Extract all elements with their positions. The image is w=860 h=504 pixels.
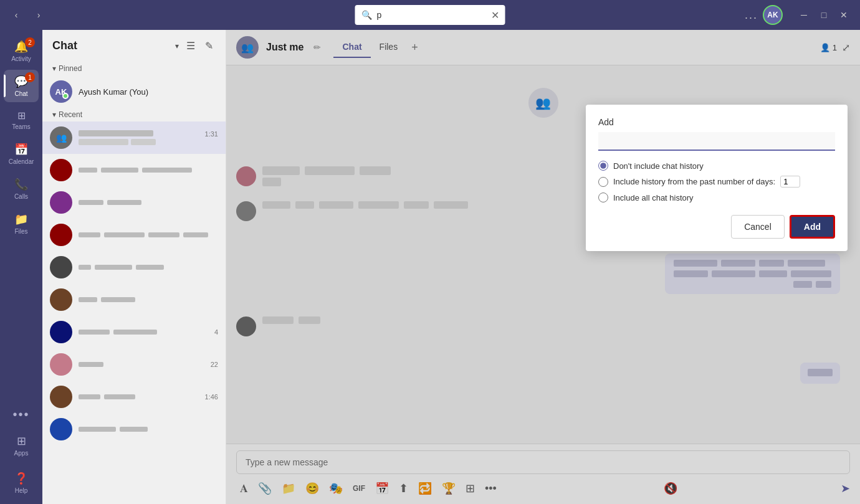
teams-icon: ⊞ (17, 110, 26, 121)
chat-unread-4: 4 (214, 328, 218, 336)
sidebar-item-teams[interactable]: ⊞ Teams (4, 105, 39, 135)
sidebar-title: Chat (52, 39, 170, 52)
all-history-option[interactable]: Include all chat history (598, 193, 835, 202)
new-chat-button[interactable]: ✎ (203, 37, 216, 54)
pinned-chat-item[interactable]: AK Ayush Kumar (You) (42, 75, 226, 108)
recent-chat-item-9[interactable] (42, 413, 226, 445)
chat-avatar-5 (50, 288, 72, 311)
chat-sidebar: Chat ▾ ☰ ✎ ▾ Pinned AK Ayush Kumar (You)… (42, 30, 226, 504)
no-history-label: Don't include chat history (613, 161, 704, 171)
chat-info-6 (79, 330, 208, 335)
calls-label: Calls (14, 193, 28, 200)
all-history-radio[interactable] (598, 193, 608, 202)
chat-time-0: 1:31 (205, 130, 218, 138)
filter-button[interactable]: ☰ (184, 37, 198, 54)
activity-badge: 2 (25, 37, 35, 47)
chat-name-0 (79, 130, 153, 136)
recent-chat-item-1[interactable] (42, 154, 226, 186)
help-label: Help (15, 487, 28, 494)
restore-button[interactable]: □ (815, 6, 833, 24)
sidebar-item-help[interactable]: ❓ Help (4, 467, 39, 499)
main-area: 👥 Just me ✏ Chat Files + 👤 1 ⤢ 👥 (226, 30, 860, 504)
dialog-search-input[interactable] (598, 132, 835, 151)
chat-info-7 (79, 362, 204, 367)
pinned-avatar: AK (50, 80, 72, 103)
recent-chat-item-4[interactable] (42, 251, 226, 283)
recent-chat-item-2[interactable] (42, 186, 226, 219)
more-icon: ••• (12, 407, 29, 422)
chat-info-4 (79, 265, 218, 270)
app-body: 🔔 Activity 2 💬 Chat 1 ⊞ Teams 📅 Calendar… (0, 30, 860, 504)
search-icon: 🔍 (361, 10, 372, 20)
chat-avatar-7 (50, 353, 72, 376)
sidebar-item-chat[interactable]: 💬 Chat 1 (4, 70, 39, 102)
chat-preview-0 (79, 139, 218, 145)
title-bar-right: ... AK ─ □ ✕ (745, 5, 853, 25)
minimize-button[interactable]: ─ (795, 6, 813, 24)
dialog-radio-group: Don't include chat history Include histo… (598, 161, 835, 202)
files-label: Files (14, 228, 27, 235)
chat-avatar-0: 👥 (50, 126, 72, 149)
activity-label: Activity (11, 55, 31, 62)
dialog-actions: Cancel Add (598, 215, 835, 239)
recent-chat-item-8[interactable]: 1:46 (42, 381, 226, 413)
no-history-option[interactable]: Don't include chat history (598, 161, 835, 171)
close-button[interactable]: ✕ (835, 6, 853, 24)
sidebar-item-files[interactable]: 📁 Files (4, 207, 39, 240)
pinned-chat-name: Ayush Kumar (You) (79, 87, 218, 97)
user-avatar[interactable]: AK (763, 5, 783, 25)
days-input[interactable] (780, 176, 800, 188)
chat-badge: 1 (25, 72, 35, 82)
all-history-label: Include all chat history (613, 193, 694, 202)
search-bar: 🔍 ✕ (355, 5, 505, 25)
chat-info-8 (79, 394, 199, 399)
recent-chat-item-6[interactable]: 4 (42, 316, 226, 348)
apps-label: Apps (14, 450, 29, 457)
search-input[interactable] (377, 10, 486, 20)
pinned-arrow-icon: ▾ (52, 64, 56, 73)
chat-info-2 (79, 200, 218, 205)
left-nav: 🔔 Activity 2 💬 Chat 1 ⊞ Teams 📅 Calendar… (0, 30, 42, 504)
no-history-radio[interactable] (598, 161, 608, 171)
recent-arrow-icon: ▾ (52, 110, 56, 119)
sidebar-item-calendar[interactable]: 📅 Calendar (4, 138, 39, 170)
calendar-icon: 📅 (14, 143, 28, 156)
chat-info-0: 1:31 (79, 130, 218, 145)
apps-icon: ⊞ (17, 434, 26, 448)
add-people-dialog: Add Don't include chat history Include h… (586, 105, 848, 251)
chat-nav-label: Chat (14, 90, 27, 97)
sidebar-item-calls[interactable]: 📞 Calls (4, 173, 39, 205)
recent-chat-item-0[interactable]: 👥 1:31 (42, 121, 226, 154)
chat-avatar-2 (50, 191, 72, 214)
chat-info-3 (79, 232, 218, 237)
dialog-title: Add (598, 117, 835, 127)
past-days-option[interactable]: Include history from the past number of … (598, 176, 835, 188)
pinned-label: Pinned (59, 64, 82, 73)
recent-section-label[interactable]: ▾ Recent (42, 108, 226, 121)
sidebar-item-more[interactable]: ••• (4, 402, 39, 427)
recent-chat-item-7[interactable]: 22 (42, 348, 226, 381)
chat-info-5 (79, 297, 218, 302)
pinned-chat-info: Ayush Kumar (You) (79, 87, 218, 97)
sidebar-title-arrow: ▾ (175, 42, 179, 50)
calendar-label: Calendar (9, 158, 34, 165)
more-options-button[interactable]: ... (745, 9, 758, 22)
sidebar-item-activity[interactable]: 🔔 Activity 2 (4, 35, 39, 67)
recent-label: Recent (59, 110, 82, 119)
online-indicator (62, 93, 69, 99)
recent-chat-item-3[interactable] (42, 219, 226, 251)
recent-chat-item-5[interactable] (42, 283, 226, 316)
back-button[interactable]: ‹ (7, 6, 25, 24)
search-clear-button[interactable]: ✕ (491, 9, 499, 21)
chat-info-1 (79, 168, 218, 173)
title-bar: ‹ › 🔍 ✕ ... AK ─ □ ✕ (0, 0, 860, 30)
dialog-overlay: Add Don't include chat history Include h… (226, 30, 860, 504)
cancel-button[interactable]: Cancel (731, 215, 785, 239)
add-button[interactable]: Add (790, 215, 835, 239)
pinned-section-label[interactable]: ▾ Pinned (42, 62, 226, 75)
help-icon: ❓ (14, 472, 28, 485)
chat-avatar-3 (50, 224, 72, 246)
past-days-radio[interactable] (598, 177, 608, 187)
sidebar-item-apps[interactable]: ⊞ Apps (4, 429, 39, 462)
forward-button[interactable]: › (30, 6, 47, 24)
